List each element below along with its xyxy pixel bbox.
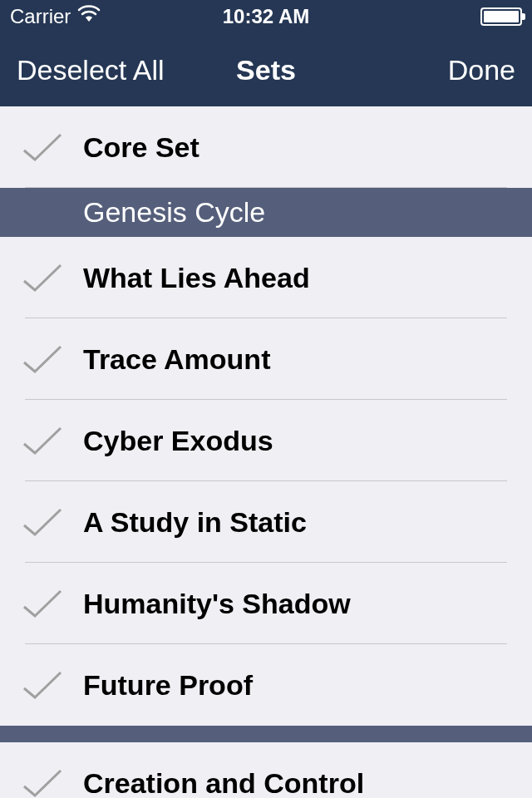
set-label: Core Set — [83, 131, 200, 164]
set-label: Cyber Exodus — [83, 425, 273, 457]
done-button[interactable]: Done — [448, 54, 515, 86]
set-row[interactable]: A Study in Static — [0, 481, 532, 563]
nav-bar: Deselect All Sets Done — [0, 33, 532, 106]
set-row[interactable]: Core Set — [0, 106, 532, 188]
status-bar: Carrier 10:32 AM — [0, 0, 532, 33]
set-row[interactable]: Future Proof — [0, 644, 532, 726]
set-row[interactable]: Creation and Control — [0, 742, 532, 798]
set-label: Humanity's Shadow — [83, 588, 351, 620]
status-right — [480, 7, 522, 26]
check-icon — [20, 505, 65, 539]
set-row[interactable]: Cyber Exodus — [0, 400, 532, 481]
set-label: Future Proof — [83, 669, 253, 702]
check-icon — [20, 342, 65, 376]
set-row[interactable]: Humanity's Shadow — [0, 563, 532, 644]
check-icon — [20, 668, 65, 702]
deselect-all-button[interactable]: Deselect All — [17, 54, 165, 86]
section-header — [0, 726, 532, 742]
status-time: 10:32 AM — [223, 5, 309, 28]
check-icon — [20, 766, 65, 798]
battery-icon — [480, 7, 522, 26]
section-header-label: Genesis Cycle — [83, 196, 265, 229]
nav-title: Sets — [236, 54, 296, 86]
section-header: Genesis Cycle — [0, 188, 532, 237]
set-label: Trace Amount — [83, 343, 270, 376]
check-icon — [20, 587, 65, 620]
check-icon — [20, 424, 65, 457]
check-icon — [20, 131, 65, 164]
set-row[interactable]: Trace Amount — [0, 318, 532, 400]
status-left: Carrier — [10, 5, 101, 28]
check-icon — [20, 261, 65, 294]
wifi-icon — [77, 5, 101, 28]
set-label: What Lies Ahead — [83, 262, 310, 294]
set-label: A Study in Static — [83, 506, 307, 539]
set-label: Creation and Control — [83, 767, 364, 799]
set-row[interactable]: What Lies Ahead — [0, 237, 532, 318]
carrier-label: Carrier — [10, 5, 71, 28]
sets-list: Core Set Genesis Cycle What Lies Ahead T… — [0, 106, 532, 798]
